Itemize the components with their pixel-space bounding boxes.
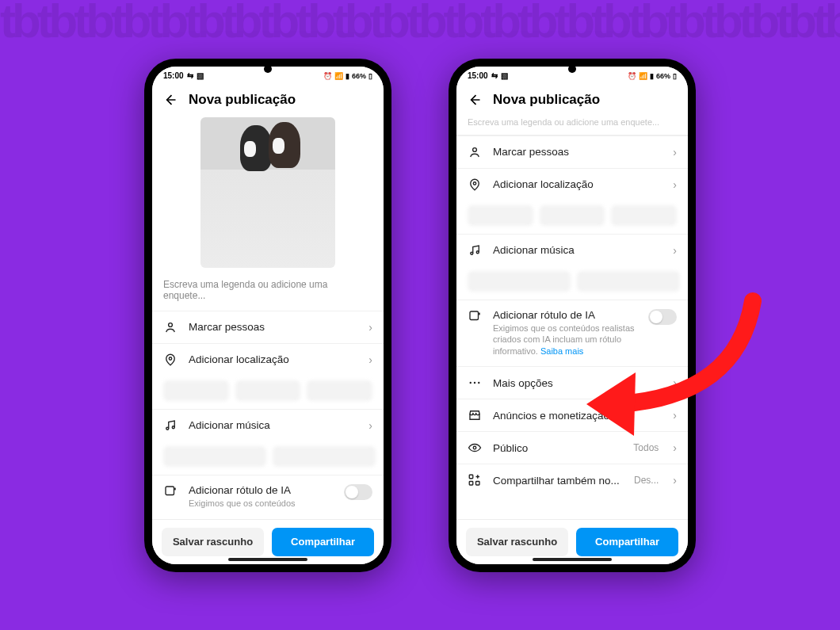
svg-point-1 <box>169 357 171 359</box>
status-time: 15:00 <box>468 71 488 80</box>
share-also-value: Des... <box>634 475 659 486</box>
music-note-icon <box>163 418 178 433</box>
status-indicator-icon: ⇆ <box>491 71 498 80</box>
ai-label-title: Adicionar rótulo de IA <box>493 309 637 321</box>
save-draft-button[interactable]: Salvar rascunho <box>466 528 568 556</box>
svg-point-0 <box>169 323 173 326</box>
caption-input[interactable]: Escreva uma legenda ou adicione uma enqu… <box>152 273 384 311</box>
chevron-right-icon: › <box>673 244 677 257</box>
alarm-icon: ⏰ <box>628 72 636 80</box>
page-title: Nova publicação <box>493 92 600 108</box>
svg-point-10 <box>470 382 472 384</box>
background-pattern: tbtbtbtbtbtbtbtbtbtbtbtbtbtbtbtbtbtbtbtb… <box>0 0 840 630</box>
status-indicator-icon: ⇆ <box>187 71 193 80</box>
suggestion-chip[interactable] <box>307 380 372 401</box>
suggestion-chip[interactable] <box>235 380 301 401</box>
svg-point-12 <box>478 382 479 384</box>
svg-rect-16 <box>476 482 480 486</box>
back-button[interactable] <box>162 92 178 108</box>
suggestion-chip[interactable] <box>468 205 533 226</box>
camera-notch <box>568 65 576 73</box>
camera-notch <box>264 65 272 73</box>
chevron-right-icon: › <box>673 409 677 422</box>
suggestion-chip[interactable] <box>540 205 605 226</box>
signal-icon: ▮ <box>346 72 349 80</box>
ai-label-subtitle: Exigimos que os conteúdos <box>189 498 333 510</box>
share-button[interactable]: Compartilhar <box>576 528 678 556</box>
music-suggestions <box>456 266 688 300</box>
app-header: Nova publicação <box>152 86 384 114</box>
phone-left: 15:00 ⇆ ▧ ⏰ 📶 ▮ 66% ▯ Nova publicação <box>144 59 391 572</box>
apps-grid-icon <box>468 473 482 487</box>
row-add-music[interactable]: Adicionar música › <box>456 234 688 266</box>
ai-label-title: Adicionar rótulo de IA <box>189 484 333 496</box>
ai-label-toggle[interactable] <box>344 484 372 500</box>
chevron-right-icon: › <box>368 419 372 432</box>
battery-icon: ▯ <box>673 72 677 80</box>
wifi-icon: 📶 <box>334 72 343 80</box>
sparkle-icon <box>468 309 482 323</box>
svg-rect-4 <box>166 487 174 495</box>
chevron-right-icon: › <box>673 376 677 389</box>
save-draft-button[interactable]: Salvar rascunho <box>162 528 264 556</box>
svg-point-3 <box>172 426 174 428</box>
row-add-location[interactable]: Adicionar localização › <box>456 168 688 200</box>
sparkle-icon <box>163 484 178 498</box>
chevron-right-icon: › <box>673 441 677 454</box>
battery-icon: ▯ <box>368 72 372 80</box>
signal-icon: ▮ <box>650 72 654 80</box>
share-button[interactable]: Compartilhar <box>272 528 374 556</box>
battery-percent: 66% <box>352 72 366 80</box>
row-more-options[interactable]: Mais opções › <box>456 366 688 399</box>
svg-point-2 <box>166 427 169 430</box>
app-header: Nova publicação <box>456 86 688 114</box>
page-title: Nova publicação <box>189 92 296 108</box>
row-share-also[interactable]: Compartilhar também no... Des... › <box>456 464 688 496</box>
suggestion-chip[interactable] <box>163 446 266 467</box>
ai-label-toggle[interactable] <box>648 309 677 325</box>
back-button[interactable] <box>466 92 482 108</box>
row-add-music[interactable]: Adicionar música › <box>152 409 384 441</box>
battery-percent: 66% <box>656 72 670 80</box>
suggestion-chip[interactable] <box>468 271 571 292</box>
phone-right: 15:00 ⇆ ▧ ⏰ 📶 ▮ 66% ▯ Nova publicação Es… <box>449 59 696 572</box>
svg-point-5 <box>473 147 477 151</box>
row-tag-people[interactable]: Marcar pessoas › <box>152 311 384 343</box>
suggestion-chip[interactable] <box>577 271 680 292</box>
row-ai-label: Adicionar rótulo de IA Exigimos que os c… <box>456 300 688 367</box>
music-note-icon <box>468 243 482 258</box>
chevron-right-icon: › <box>368 353 372 366</box>
wifi-icon: 📶 <box>639 72 647 80</box>
scroll-content[interactable]: Escreva uma legenda ou adicione uma enqu… <box>152 114 384 519</box>
caption-input[interactable]: Escreva uma legenda ou adicione uma enqu… <box>456 114 688 136</box>
audience-value: Todos <box>633 442 659 453</box>
suggestion-chip[interactable] <box>163 380 229 401</box>
scroll-content[interactable]: Escreva uma legenda ou adicione uma enqu… <box>456 114 688 519</box>
row-tag-people[interactable]: Marcar pessoas › <box>456 136 688 168</box>
music-suggestions <box>152 441 384 475</box>
chevron-right-icon: › <box>673 178 677 191</box>
location-pin-icon <box>468 178 482 192</box>
alarm-icon: ⏰ <box>323 72 332 80</box>
home-indicator[interactable] <box>228 558 307 561</box>
ai-learn-more-link[interactable]: Saiba mais <box>540 346 583 356</box>
svg-rect-9 <box>470 311 479 320</box>
svg-rect-15 <box>469 482 473 486</box>
store-icon <box>468 408 482 422</box>
status-image-icon: ▧ <box>197 71 204 80</box>
row-audience[interactable]: Público Todos › <box>456 431 688 464</box>
row-add-location[interactable]: Adicionar localização › <box>152 343 384 376</box>
location-pin-icon <box>163 353 178 367</box>
suggestion-chip[interactable] <box>273 446 376 467</box>
svg-rect-14 <box>469 475 473 479</box>
home-indicator[interactable] <box>533 558 612 561</box>
ai-label-subtitle: Exigimos que os conteúdos realistas cria… <box>493 323 637 358</box>
svg-point-11 <box>474 382 475 384</box>
row-ads-monetization[interactable]: Anúncios e monetização › <box>456 399 688 431</box>
suggestion-chip[interactable] <box>611 205 677 226</box>
status-time: 15:00 <box>163 71 184 80</box>
chevron-right-icon: › <box>368 321 372 334</box>
person-icon <box>468 145 482 159</box>
post-image-preview[interactable] <box>200 117 335 268</box>
person-icon <box>163 320 178 334</box>
